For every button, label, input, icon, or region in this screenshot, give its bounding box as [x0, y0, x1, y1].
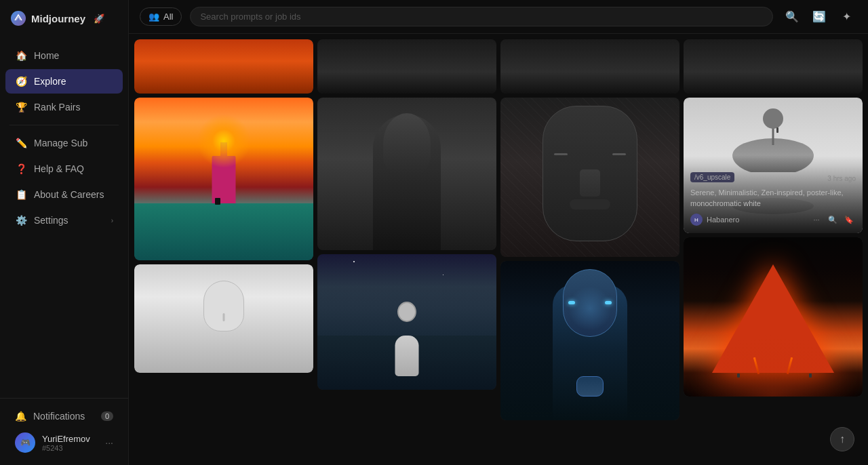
- sidebar-item-rank-pairs-label: Rank Pairs: [34, 102, 80, 113]
- sidebar-item-explore[interactable]: 🧭 Explore: [5, 69, 123, 94]
- card-avatar: H: [690, 214, 703, 226]
- tab-all-label: All: [163, 12, 173, 22]
- sidebar-item-settings[interactable]: ⚙️ Settings ›: [5, 208, 123, 232]
- image-card-stone-face[interactable]: [500, 98, 679, 257]
- topbar-icons: 🔍 🔄 ✦: [781, 6, 857, 28]
- chevron-right-icon: ›: [111, 217, 113, 224]
- avatar-discord-icon: 🎮: [20, 438, 31, 447]
- app-name: Midjourney: [31, 13, 85, 24]
- sidebar-item-manage-sub-label: Manage Sub: [34, 138, 87, 148]
- image-card-white-sculpture[interactable]: [134, 264, 313, 373]
- sidebar-item-home-label: Home: [34, 50, 59, 61]
- card-search-button[interactable]: 🔍: [826, 213, 840, 226]
- card-more-button[interactable]: ···: [810, 213, 823, 226]
- card-username: Habanero: [707, 216, 806, 224]
- home-icon: 🏠: [15, 49, 27, 62]
- sidebar-item-about-careers[interactable]: 📋 About & Careers: [5, 182, 123, 207]
- image-card-cloaked-figure[interactable]: [317, 98, 496, 250]
- nav-items: 🏠 Home 🧭 Explore 🏆 Rank Pairs ✏️ Manage …: [0, 37, 128, 398]
- arrow-up-icon: ↑: [840, 433, 845, 445]
- grid-column-1: [134, 39, 313, 373]
- help-icon: ❓: [15, 163, 27, 175]
- sidebar-item-settings-label: Settings: [34, 215, 68, 226]
- sidebar-item-rank-pairs[interactable]: 🏆 Rank Pairs: [5, 95, 123, 119]
- grid-column-2: [317, 39, 496, 390]
- settings-icon: ⚙️: [15, 214, 27, 226]
- user-details: YuriEfremov #5243: [42, 434, 98, 452]
- sparkle-button[interactable]: ✦: [835, 6, 857, 28]
- card-description: Serene, Minimalistic, Zen-inspired, post…: [690, 188, 856, 209]
- image-grid: /v6_upscale 3 hrs ago Serene, Minimalist…: [129, 34, 868, 465]
- bell-icon: 🔔: [15, 411, 26, 422]
- search-bar[interactable]: Search prompts or job ids: [190, 7, 773, 26]
- card-actions: ··· 🔍 🔖: [810, 213, 856, 226]
- notifications-badge: 0: [101, 411, 113, 421]
- image-card-astronaut[interactable]: [317, 254, 496, 390]
- nav-divider: [9, 125, 119, 125]
- image-card-triangle-volcano[interactable]: [684, 237, 863, 397]
- scroll-top-button[interactable]: ↑: [830, 427, 854, 451]
- image-card-top-2[interactable]: [317, 39, 496, 94]
- logo-button[interactable]: Midjourney 🚀: [0, 0, 128, 37]
- refresh-button[interactable]: 🔄: [808, 6, 830, 28]
- sidebar-item-manage-sub[interactable]: ✏️ Manage Sub: [5, 131, 123, 155]
- edit-icon: ✏️: [15, 137, 27, 149]
- notifications-button[interactable]: 🔔 Notifications 0: [5, 405, 123, 427]
- image-card-floating-island[interactable]: /v6_upscale 3 hrs ago Serene, Minimalist…: [684, 98, 863, 233]
- image-card-top-1[interactable]: [134, 39, 313, 94]
- user-handle: #5243: [42, 444, 98, 452]
- about-icon: 📋: [15, 188, 27, 201]
- topbar: 👥 All Search prompts or job ids 🔍 🔄 ✦: [129, 0, 868, 34]
- search-button[interactable]: 🔍: [781, 6, 803, 28]
- rocket-icon: 🚀: [94, 14, 104, 24]
- sidebar-item-about-careers-label: About & Careers: [34, 189, 104, 200]
- rank-icon: 🏆: [15, 101, 27, 113]
- sidebar-item-explore-label: Explore: [34, 76, 66, 87]
- card-info-overlay: /v6_upscale 3 hrs ago Serene, Minimalist…: [684, 156, 863, 233]
- card-time: 3 hrs ago: [827, 175, 856, 182]
- logo-icon: [11, 11, 26, 26]
- search-placeholder-text: Search prompts or job ids: [200, 12, 300, 22]
- image-card-top-3[interactable]: [500, 39, 679, 94]
- sidebar: Midjourney 🚀 🏠 Home 🧭 Explore 🏆 Rank Pai…: [0, 0, 129, 465]
- all-icon: 👥: [149, 12, 159, 22]
- sidebar-item-home[interactable]: 🏠 Home: [5, 43, 123, 68]
- grid-column-3: [500, 39, 679, 420]
- user-profile-button[interactable]: 🎮 YuriEfremov #5243 ···: [5, 427, 123, 458]
- main-content: 👥 All Search prompts or job ids 🔍 🔄 ✦: [129, 0, 868, 465]
- avatar: 🎮: [15, 432, 35, 453]
- sidebar-item-help-faq-label: Help & FAQ: [34, 163, 84, 174]
- sidebar-item-help-faq[interactable]: ❓ Help & FAQ: [5, 157, 123, 181]
- grid-column-4: /v6_upscale 3 hrs ago Serene, Minimalist…: [684, 39, 863, 397]
- card-tag: /v6_upscale: [690, 172, 734, 182]
- tab-all[interactable]: 👥 All: [140, 7, 182, 26]
- card-user-row: H Habanero ··· 🔍 🔖: [690, 213, 856, 226]
- image-card-top-4[interactable]: [684, 39, 863, 94]
- image-card-sunset-castle[interactable]: [134, 98, 313, 260]
- sidebar-bottom: 🔔 Notifications 0 🎮 YuriEfremov #5243 ··…: [0, 398, 128, 465]
- image-card-robot-woman[interactable]: [500, 261, 679, 420]
- user-name: YuriEfremov: [42, 434, 98, 444]
- card-bookmark-button[interactable]: 🔖: [842, 213, 856, 226]
- user-more-icon[interactable]: ···: [105, 437, 113, 448]
- notifications-label: Notifications: [33, 411, 85, 422]
- explore-icon: 🧭: [15, 75, 27, 87]
